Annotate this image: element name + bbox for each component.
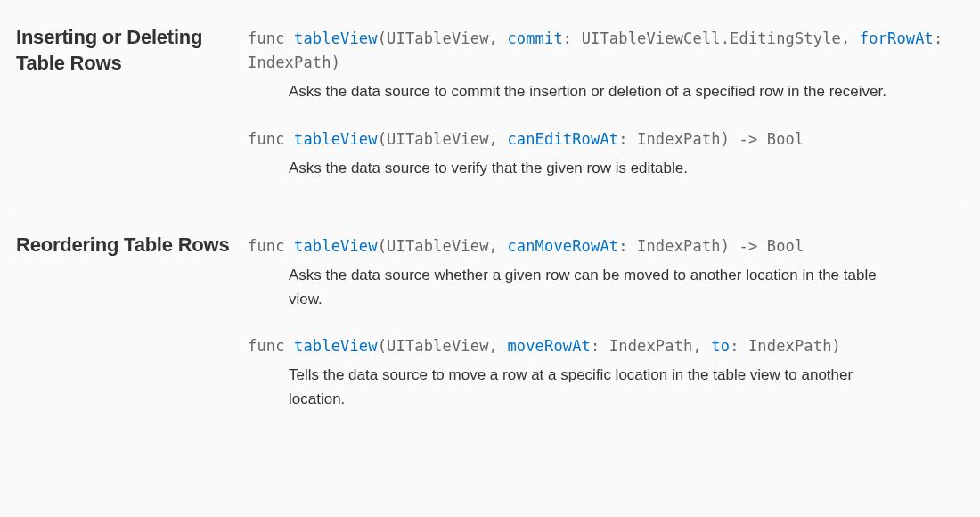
api-declaration: func tableView(UITableView, moveRowAt: I…: [248, 334, 964, 411]
api-signature: func tableView(UITableView, canMoveRowAt…: [248, 234, 964, 258]
section-body: func tableView(UITableView, canMoveRowAt…: [248, 233, 964, 420]
api-description: Asks the data source to verify that the …: [248, 152, 907, 180]
api-description: Asks the data source to commit the inser…: [248, 75, 907, 103]
api-signature: func tableView(UITableView, canEditRowAt…: [248, 127, 964, 152]
section-body: func tableView(UITableView, commit: UITa…: [248, 25, 964, 189]
api-declaration: func tableView(UITableView, canMoveRowAt…: [248, 234, 964, 311]
api-signature-link[interactable]: func tableView(UITableView, moveRowAt: I…: [248, 334, 964, 358]
api-signature-link[interactable]: func tableView(UITableView, canMoveRowAt…: [248, 234, 964, 258]
api-description: Asks the data source whether a given row…: [248, 258, 907, 311]
api-signature-link[interactable]: func tableView(UITableView, canEditRowAt…: [248, 127, 964, 152]
api-declaration: func tableView(UITableView, canEditRowAt…: [248, 127, 964, 181]
api-signature: func tableView(UITableView, commit: UITa…: [248, 27, 964, 75]
topic-section-reordering: Reordering Table Rows func tableView(UIT…: [16, 233, 964, 439]
api-declaration: func tableView(UITableView, commit: UITa…: [248, 27, 964, 104]
api-description: Tells the data source to move a row at a…: [248, 358, 907, 411]
api-signature-link[interactable]: func tableView(UITableView, commit: UITa…: [248, 27, 964, 75]
doc-container: Inserting or Deleting Table Rows func ta…: [0, 0, 980, 439]
api-signature: func tableView(UITableView, moveRowAt: I…: [248, 334, 964, 358]
topic-section-inserting-deleting: Inserting or Deleting Table Rows func ta…: [16, 25, 964, 209]
section-heading: Reordering Table Rows: [16, 233, 248, 420]
section-heading: Inserting or Deleting Table Rows: [16, 25, 248, 189]
